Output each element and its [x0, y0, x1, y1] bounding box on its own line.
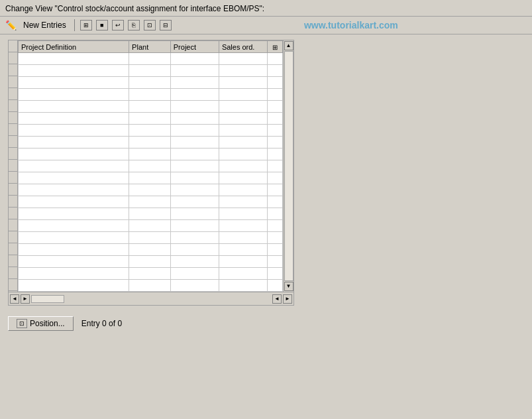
cell-project[interactable]	[170, 137, 219, 149]
cell-proj-def[interactable]	[19, 113, 129, 125]
row-selector-1[interactable]	[9, 52, 17, 64]
cell-sales[interactable]	[219, 196, 267, 208]
cell-proj-def[interactable]	[19, 101, 129, 113]
cell-sales[interactable]	[219, 160, 267, 172]
cell-project[interactable]	[170, 160, 219, 172]
cell-sales[interactable]	[219, 101, 267, 113]
cell-sales[interactable]	[219, 65, 267, 77]
cell-proj-def[interactable]	[19, 89, 129, 101]
row-selector-19[interactable]	[9, 267, 17, 279]
col-header-project[interactable]: Project	[170, 41, 219, 53]
cell-proj-def[interactable]	[19, 125, 129, 137]
row-selector-7[interactable]	[9, 124, 17, 136]
cell-proj-def[interactable]	[19, 53, 129, 65]
cell-proj-def[interactable]	[19, 280, 129, 292]
cell-project[interactable]	[170, 125, 219, 137]
cell-proj-def[interactable]	[19, 196, 129, 208]
row-selector-16[interactable]	[9, 231, 17, 243]
cell-proj-def[interactable]	[19, 208, 129, 220]
scroll-left-arrow-2[interactable]: ◄	[272, 294, 282, 304]
cell-sales[interactable]	[219, 89, 267, 101]
cell-project[interactable]	[170, 89, 219, 101]
cell-plant[interactable]	[129, 53, 171, 65]
row-selector-13[interactable]	[9, 196, 17, 208]
cell-sales[interactable]	[219, 53, 267, 65]
scroll-track-v[interactable]	[284, 51, 293, 281]
cell-plant[interactable]	[129, 232, 171, 244]
scroll-up-arrow[interactable]: ▲	[284, 41, 293, 50]
cell-sales[interactable]	[219, 113, 267, 125]
cell-plant[interactable]	[129, 208, 171, 220]
row-selector-6[interactable]	[9, 112, 17, 124]
row-selector-17[interactable]	[9, 243, 17, 255]
cell-sales[interactable]	[219, 184, 267, 196]
nav2-icon[interactable]: ⊟	[160, 20, 172, 30]
cell-sales[interactable]	[219, 137, 267, 149]
nav-icon[interactable]: ⊡	[144, 20, 156, 30]
cell-proj-def[interactable]	[19, 268, 129, 280]
col-header-icon[interactable]: ⊞	[267, 41, 282, 53]
cell-proj-def[interactable]	[19, 160, 129, 172]
cell-plant[interactable]	[129, 196, 171, 208]
cell-project[interactable]	[170, 149, 219, 160]
cell-project[interactable]	[170, 256, 219, 268]
cell-proj-def[interactable]	[19, 184, 129, 196]
cell-plant[interactable]	[129, 113, 171, 125]
cell-proj-def[interactable]	[19, 149, 129, 160]
row-selector-9[interactable]	[9, 148, 17, 160]
row-selector-14[interactable]	[9, 208, 17, 219]
cell-project[interactable]	[170, 220, 219, 232]
cell-plant[interactable]	[129, 137, 171, 149]
scroll-right-arrow[interactable]: ►	[21, 294, 30, 304]
row-selector-3[interactable]	[9, 76, 17, 88]
row-selector-4[interactable]	[9, 88, 17, 100]
cell-project[interactable]	[170, 184, 219, 196]
row-selector-2[interactable]	[9, 64, 17, 76]
row-selector-20[interactable]	[9, 279, 17, 291]
scroll-left-arrow[interactable]: ◄	[10, 294, 19, 304]
cell-project[interactable]	[170, 280, 219, 292]
cell-sales[interactable]	[219, 256, 267, 268]
cell-proj-def[interactable]	[19, 232, 129, 244]
cell-project[interactable]	[170, 101, 219, 113]
cell-project[interactable]	[170, 172, 219, 184]
cell-sales[interactable]	[219, 125, 267, 137]
row-selector-10[interactable]	[9, 160, 17, 172]
cell-plant[interactable]	[129, 256, 171, 268]
cell-proj-def[interactable]	[19, 172, 129, 184]
undo-icon[interactable]: ↩	[112, 20, 124, 30]
new-entries-button[interactable]: New Entries	[21, 19, 69, 31]
row-selector-18[interactable]	[9, 255, 17, 267]
cell-plant[interactable]	[129, 244, 171, 256]
cell-sales[interactable]	[219, 208, 267, 220]
cell-project[interactable]	[170, 77, 219, 89]
col-settings-icon[interactable]: ⊞	[272, 44, 278, 51]
cell-plant[interactable]	[129, 149, 171, 160]
scroll-track-h[interactable]	[31, 295, 64, 303]
cell-project[interactable]	[170, 53, 219, 65]
col-header-proj-def[interactable]: Project Definition	[19, 41, 129, 53]
row-selector-12[interactable]	[9, 184, 17, 196]
cell-plant[interactable]	[129, 280, 171, 292]
copy-icon[interactable]: ⎘	[128, 20, 140, 30]
table-icon[interactable]: ⊞	[80, 20, 92, 30]
cell-proj-def[interactable]	[19, 220, 129, 232]
cell-plant[interactable]	[129, 125, 171, 137]
cell-project[interactable]	[170, 208, 219, 220]
col-header-plant[interactable]: Plant	[129, 41, 171, 53]
cell-sales[interactable]	[219, 232, 267, 244]
cell-proj-def[interactable]	[19, 244, 129, 256]
cell-sales[interactable]	[219, 77, 267, 89]
row-selector-11[interactable]	[9, 172, 17, 184]
cell-plant[interactable]	[129, 101, 171, 113]
cell-sales[interactable]	[219, 220, 267, 232]
cell-sales[interactable]	[219, 268, 267, 280]
cell-proj-def[interactable]	[19, 256, 129, 268]
cell-proj-def[interactable]	[19, 65, 129, 77]
row-selector-8[interactable]	[9, 136, 17, 148]
cell-plant[interactable]	[129, 160, 171, 172]
cell-project[interactable]	[170, 65, 219, 77]
cell-plant[interactable]	[129, 220, 171, 232]
scroll-down-arrow[interactable]: ▼	[284, 282, 293, 291]
cell-project[interactable]	[170, 244, 219, 256]
